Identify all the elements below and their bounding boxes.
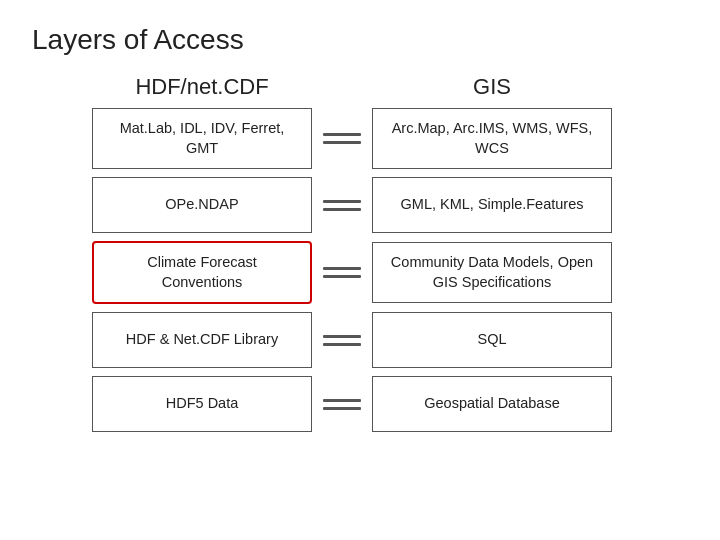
hdf-box-3: Climate Forecast Conventions [92,241,312,304]
equal-line-top [323,200,361,203]
diagram-row-1: Mat.Lab, IDL, IDV, Ferret, GMT Arc.Map, … [92,108,688,169]
hdf-box-4: HDF & Net.CDF Library [92,312,312,368]
diagram: HDF/net.CDF GIS Mat.Lab, IDL, IDV, Ferre… [32,74,688,432]
equal-sign-icon [323,133,361,144]
page-title: Layers of Access [32,24,688,56]
connector-3 [312,267,372,278]
column-headers: HDF/net.CDF GIS [92,74,688,100]
diagram-row-2: OPe.NDAP GML, KML, Simple.Features [92,177,688,233]
connector-1 [312,133,372,144]
equal-line-top [323,133,361,136]
gis-box-1: Arc.Map, Arc.IMS, WMS, WFS, WCS [372,108,612,169]
equal-line-top [323,399,361,402]
equal-line-bottom [323,208,361,211]
diagram-row-4: HDF & Net.CDF Library SQL [92,312,688,368]
equal-sign-icon [323,267,361,278]
equal-sign-icon [323,399,361,410]
gis-box-2: GML, KML, Simple.Features [372,177,612,233]
rows-container: Mat.Lab, IDL, IDV, Ferret, GMT Arc.Map, … [92,108,688,432]
hdf-box-5: HDF5 Data [92,376,312,432]
equal-sign-icon [323,335,361,346]
gis-column-header: GIS [372,74,612,100]
gis-box-3: Community Data Models, Open GIS Specific… [372,242,612,303]
connector-4 [312,335,372,346]
diagram-row-5: HDF5 Data Geospatial Database [92,376,688,432]
connector-2 [312,200,372,211]
hdf-box-2: OPe.NDAP [92,177,312,233]
equal-sign-icon [323,200,361,211]
equal-line-top [323,267,361,270]
equal-line-bottom [323,141,361,144]
diagram-row-3: Climate Forecast Conventions Community D… [92,241,688,304]
gis-box-5: Geospatial Database [372,376,612,432]
hdf-box-1: Mat.Lab, IDL, IDV, Ferret, GMT [92,108,312,169]
page: Layers of Access HDF/net.CDF GIS Mat.Lab… [0,0,720,456]
equal-line-bottom [323,275,361,278]
equal-line-top [323,335,361,338]
hdf-column-header: HDF/net.CDF [92,74,312,100]
equal-line-bottom [323,407,361,410]
gis-box-4: SQL [372,312,612,368]
connector-5 [312,399,372,410]
equal-line-bottom [323,343,361,346]
